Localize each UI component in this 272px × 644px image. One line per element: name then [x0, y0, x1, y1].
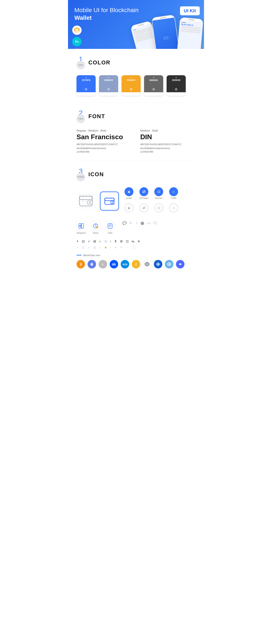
icon-management: Mangment	[76, 221, 86, 234]
chevron-left-light: ‹	[110, 246, 111, 249]
arrow-icon-light: →	[126, 246, 129, 249]
layers-icon: ≡	[130, 221, 132, 225]
star-icon: ☆	[104, 239, 107, 243]
qr-icon: ⊞	[93, 239, 96, 243]
font-section: 2 TWO FONT Regular · Medium · Bold San F…	[68, 103, 204, 161]
icon-history: i History	[91, 221, 100, 234]
zcash-icon: Z	[132, 260, 140, 268]
icon-wireframe-grid	[76, 192, 96, 211]
star-icon-colored: ★	[104, 246, 107, 250]
qr-icon-light: ⊞	[93, 246, 96, 250]
moon-icon: ☽	[134, 221, 138, 225]
search-icon: ⌕	[99, 239, 101, 243]
plus-icon: +	[76, 239, 79, 244]
color-swatch-orange: # F5A623	[122, 75, 141, 96]
color-section-header: 1 ONE COLOR	[76, 56, 196, 69]
crypto-icons-row: ₿ Ł DASH	[76, 260, 196, 268]
color-swatch-dark: # 303030	[166, 75, 186, 96]
info-icon: ⓘ	[154, 221, 157, 225]
toolbar-icons-row1: + ⊟ ✓ ⊞ ⌕ ☆ ‹ ⇞ ⚙ ⊡ ⇆ ✕	[76, 239, 196, 244]
font-sf: Regular · Medium · Bold San Francisco AB…	[76, 129, 132, 154]
icon-item-exchange: ⇄ Exchange	[138, 187, 150, 199]
icon-item-assets: ◈ Assets	[123, 187, 135, 199]
svg-text:Ł: Ł	[102, 263, 104, 266]
svg-point-22	[112, 202, 113, 203]
order-icon-box	[106, 221, 115, 231]
band-icon	[176, 260, 184, 268]
icon-row-colored: ◈ Assets ⇄ Exchange ⊙ Discover ⌂ Profile	[123, 187, 179, 199]
section-number-2: 2 TWO	[76, 110, 85, 123]
svg-rect-30	[108, 224, 112, 228]
svg-marker-38	[112, 263, 116, 265]
sketch-badge	[72, 26, 82, 35]
assets-icon: ◈	[124, 187, 134, 196]
exchange-icon: ⇄	[140, 187, 148, 196]
toolbar-icons-row2: + ⊟ ✓ ⊞ ⌕ ★ ‹ ⇞ ✕ → ⓘ	[76, 245, 196, 250]
dash-icon: DASH	[121, 260, 129, 268]
litecoin-icon: Ł	[98, 260, 107, 268]
screens-badge: 60+Screens	[72, 48, 82, 49]
phone-mockup-3: myWallet $6,297,502.12	[176, 17, 203, 49]
management-icon-box	[76, 221, 86, 231]
x-icon-light: ✕	[120, 246, 122, 250]
app-icons-row: Mangment i History	[76, 221, 196, 234]
icon-item-discover-outline: ⊙	[153, 204, 164, 212]
color-section: 1 ONE COLOR # 3574FA # 8DA0C8 # F5A623	[68, 49, 204, 102]
icon-item-assets-outline: ◈	[123, 204, 135, 212]
bitcoin-icon: ₿	[76, 260, 85, 268]
color-swatches: # 3574FA # 8DA0C8 # F5A623 #	[76, 75, 196, 96]
search-icon-light: ⌕	[99, 246, 101, 249]
phone-mockup-2: ▭	[151, 14, 180, 49]
svg-text:Z: Z	[135, 263, 137, 266]
info-icon-light: ⓘ	[132, 245, 135, 250]
ps-badge: Ps	[72, 37, 82, 46]
close-icon: ✕	[137, 239, 140, 243]
icon-section-header: 3 THREE ICON	[76, 168, 196, 181]
svg-rect-24	[79, 226, 81, 228]
svg-rect-20	[105, 198, 114, 201]
plus-icon-light: +	[76, 245, 79, 250]
svg-point-48	[180, 264, 181, 264]
ui-kit-badge: UI Kit	[180, 6, 200, 15]
circle-icon: ⬤	[140, 221, 144, 225]
blockchain-label: BlockChain Icon	[76, 254, 196, 256]
section-number-1: 1 ONE	[76, 56, 85, 69]
exchange-outline-icon: ⇄	[140, 204, 148, 212]
hero-badges: Ps 60+Screens	[72, 26, 82, 49]
icon-item-profile-outline: ⌂	[168, 204, 179, 212]
discover-icon: ⊙	[154, 187, 163, 196]
color-swatch-gray: # 666666	[144, 75, 163, 96]
icon-colored-wallet	[100, 192, 119, 211]
svg-text:₿: ₿	[80, 262, 82, 266]
icon-item-profile: ⌂ Profile	[168, 187, 179, 199]
font-section-header: 2 TWO FONT	[76, 110, 196, 123]
swap-icon: ⇆	[132, 239, 134, 243]
icon-section: 3 THREE ICON	[68, 161, 204, 275]
icon-nav-rows: ◈ Assets ⇄ Exchange ⊙ Discover ⌂ Profile	[123, 187, 179, 215]
font-din: Medium · Bold DIN ABCDEFGHIJKLMNOPQRSTUV…	[140, 129, 196, 154]
document-icon-light: ⊟	[82, 246, 84, 250]
document-icon: ⊟	[82, 239, 84, 243]
icon-row-outline: ◈ ⇄ ⊙ ⌂	[123, 204, 179, 212]
stratis-icon	[154, 260, 162, 268]
bc-line	[76, 255, 82, 256]
profile-outline-icon: ⌂	[169, 204, 178, 212]
icon-order: Order	[106, 221, 115, 234]
share-icon: ⇞	[114, 239, 117, 243]
chevron-left-icon: ‹	[110, 239, 111, 243]
waves-icon	[110, 260, 118, 268]
svg-point-43	[146, 264, 148, 264]
hero-section: Mobile UI for Blockchain Wallet UI Kit P…	[68, 0, 204, 49]
history-icon-box: i	[91, 221, 100, 231]
gear-icon: ⚙	[120, 239, 123, 243]
svg-point-18	[89, 202, 90, 203]
chat-icon: 💬	[122, 221, 127, 225]
msg-icon: ▭	[147, 221, 150, 225]
check-icon-light: ✓	[88, 246, 90, 250]
svg-rect-25	[82, 224, 84, 228]
share-icon-light: ⇞	[114, 246, 117, 250]
icon-item-discover: ⊙ Discover	[153, 187, 164, 199]
icon-item-exchange-outline: ⇄	[138, 204, 150, 212]
small-icons-group: 💬 ≡ ☽ ⬤ ▭ ⓘ	[122, 221, 157, 234]
color-swatch-grayblue: # 8DA0C8	[99, 75, 118, 96]
